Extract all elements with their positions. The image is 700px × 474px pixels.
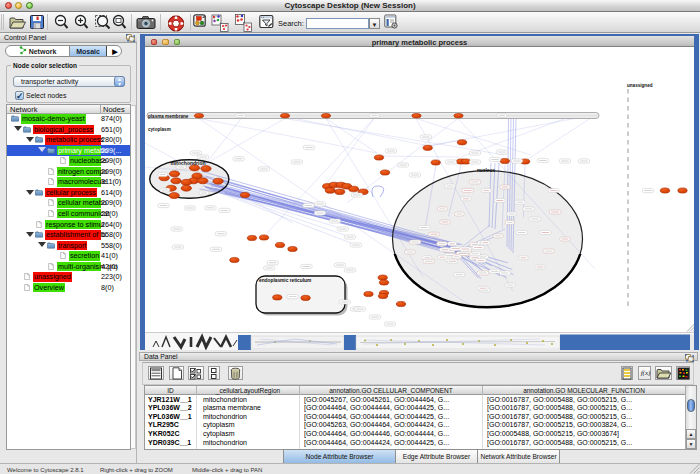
svg-text:unassigned: unassigned [627, 83, 653, 88]
svg-text:cytoplasm: cytoplasm [148, 127, 171, 132]
svg-text:mitochondrion: mitochondrion [171, 160, 206, 166]
svg-text:plasma membrane: plasma membrane [148, 114, 189, 119]
svg-text:endoplasmic reticulum: endoplasmic reticulum [259, 278, 311, 283]
svg-text:nucleus: nucleus [477, 168, 495, 173]
